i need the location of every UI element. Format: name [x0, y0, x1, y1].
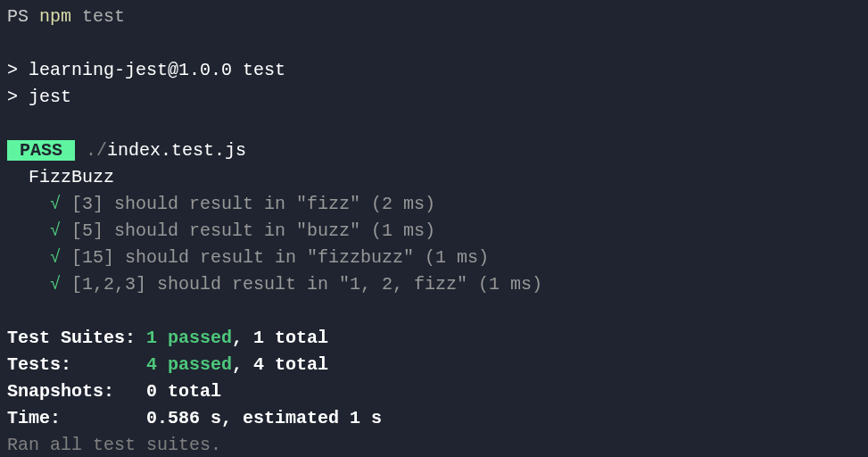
summary-label: Tests:: [7, 354, 146, 375]
test-indent: [7, 220, 50, 241]
file-prefix: ./: [75, 140, 107, 161]
check-icon: √: [50, 220, 61, 241]
summary-total: , 4 total: [232, 354, 328, 375]
prompt-line[interactable]: PS npm test: [7, 4, 861, 30]
blank-line: [7, 298, 861, 325]
suite-name: FizzBuzz: [7, 164, 861, 191]
test-desc: [5] should result in "buzz" (1 ms): [61, 220, 435, 241]
test-indent: [7, 194, 50, 214]
summary-total: , 1 total: [232, 328, 328, 348]
file-name: index.test.js: [107, 140, 246, 161]
test-result: √ [15] should result in "fizzbuzz" (1 ms…: [7, 245, 861, 271]
summary-value: 0.586 s, estimated 1 s: [146, 408, 382, 428]
pass-line: PASS ./index.test.js: [7, 137, 861, 164]
summary-label: Time:: [7, 408, 146, 428]
test-result: √ [1,2,3] should result in "1, 2, fizz" …: [7, 271, 861, 298]
pass-badge: PASS: [7, 140, 75, 161]
summary-label: Test Suites:: [7, 328, 146, 348]
summary-tests: Tests: 4 passed, 4 total: [7, 352, 861, 378]
check-icon: √: [50, 274, 61, 295]
test-desc: [1,2,3] should result in "1, 2, fizz" (1…: [61, 274, 542, 295]
test-result: √ [3] should result in "fizz" (2 ms): [7, 191, 861, 218]
npm-output-line: > jest: [7, 84, 861, 111]
summary-passed: 1 passed: [146, 328, 232, 348]
summary-label: Snapshots:: [7, 381, 146, 402]
summary-suites: Test Suites: 1 passed, 1 total: [7, 325, 861, 352]
test-result: √ [5] should result in "buzz" (1 ms): [7, 218, 861, 245]
blank-line: [7, 30, 861, 57]
command-npm: npm: [39, 6, 71, 27]
blank-line: [7, 111, 861, 137]
prompt-ps: PS: [7, 6, 39, 27]
command-arg: test: [71, 6, 125, 27]
check-icon: √: [50, 194, 61, 214]
npm-output-line: > learning-jest@1.0.0 test: [7, 57, 861, 84]
test-desc: [15] should result in "fizzbuzz" (1 ms): [61, 247, 489, 268]
summary-ran: Ran all test suites.: [7, 432, 861, 457]
test-desc: [3] should result in "fizz" (2 ms): [61, 194, 435, 214]
summary-snapshots: Snapshots: 0 total: [7, 378, 861, 405]
test-indent: [7, 274, 50, 295]
summary-value: 0 total: [146, 381, 221, 402]
check-icon: √: [50, 247, 61, 268]
test-indent: [7, 247, 50, 268]
summary-passed: 4 passed: [146, 354, 232, 375]
summary-time: Time: 0.586 s, estimated 1 s: [7, 405, 861, 432]
